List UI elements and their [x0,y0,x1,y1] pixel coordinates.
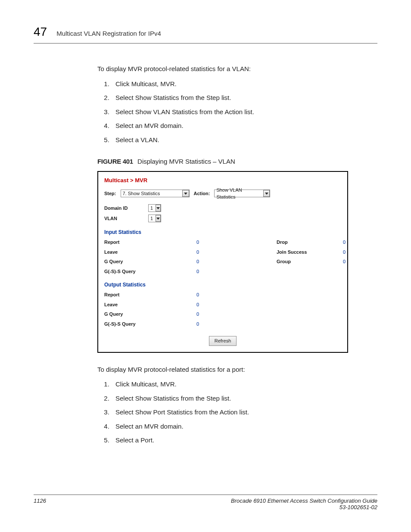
action-label: Action: [194,190,210,197]
stat-value: 0 [333,239,346,246]
stat-label: G Query [104,311,182,318]
step-item: Select Show Statistics from the Step lis… [111,394,377,404]
stat-value: 0 [182,239,199,246]
footer-partnum: 53-1002651-02 [231,504,377,510]
domain-id-value: 1 [150,205,155,212]
steps-list-vlan: Click Multicast, MVR. Select Show Statis… [97,79,377,145]
figure-caption: FIGURE 401 Displaying MVR Statistics – V… [97,157,377,167]
stat-label: G Query [104,258,182,265]
output-stats-heading: Output Statistics [104,281,341,289]
stat-value: 0 [333,258,346,265]
stat-label: G(-S)-S Query [104,268,182,275]
stat-value: 0 [182,301,199,308]
dropdown-button-icon[interactable] [156,205,161,212]
domain-row: Domain ID 1 [104,204,341,212]
stat-value: 0 [182,258,199,265]
figure-title: Displaying MVR Statistics – VLAN [137,158,235,165]
step-item: Click Multicast, MVR. [111,79,377,89]
steps-list-port: Click Multicast, MVR. Select Show Statis… [97,380,377,445]
chevron-down-icon [184,193,187,195]
stat-value: 0 [182,268,199,275]
stat-label: Join Success [277,249,333,256]
chevron-down-icon [156,207,160,209]
control-row: Step: 7. Show Statistics Action: Show VL… [104,190,341,197]
refresh-row: Refresh [104,336,341,346]
step-select-value: 7. Show Statistics [123,190,162,197]
stat-label: Leave [104,249,182,256]
step-item: Select an MVR domain. [111,121,377,131]
vlan-label: VLAN [104,215,148,222]
chevron-down-icon [265,193,268,195]
stat-label: Drop [277,239,333,246]
stat-value: 0 [182,320,199,328]
domain-id-label: Domain ID [104,205,148,212]
breadcrumb: Multicast > MVR [104,176,341,185]
figure-label: FIGURE 401 [97,158,133,165]
domain-id-select[interactable]: 1 [148,204,161,212]
vlan-select[interactable]: 1 [148,215,161,222]
page-number: 1126 [34,498,46,510]
stat-label: Report [104,239,182,246]
output-stats-grid: Report 0 Leave 0 G Query 0 G(-S)-S Query… [104,291,341,327]
header-rule [34,43,377,44]
vlan-value: 1 [150,215,155,222]
page-header: 47 Multicast VLAN Registration for IPv4 [34,25,377,39]
chapter-title: Multicast VLAN Registration for IPv4 [56,30,161,37]
dropdown-button-icon[interactable] [156,215,161,222]
stat-label: G(-S)-S Query [104,320,182,328]
dropdown-button-icon[interactable] [263,190,270,197]
step-label: Step: [104,190,116,197]
step-item: Select a VLAN. [111,135,377,145]
stat-value: 0 [182,249,199,256]
stat-value: 0 [182,311,199,318]
intro-text-port: To display MVR protocol-related statisti… [97,365,377,375]
main-content: To display MVR protocol-related statisti… [97,64,377,445]
step-select[interactable]: 7. Show Statistics [121,190,190,197]
input-stats-grid: Report 0 Drop 0 Leave 0 Join Success 0 G… [104,239,341,275]
ui-screenshot-panel: Multicast > MVR Step: 7. Show Statistics… [97,171,348,353]
stat-value: 0 [333,249,346,256]
action-select[interactable]: Show VLAN Statistics [214,190,270,197]
input-stats-heading: Input Statistics [104,228,341,236]
chevron-down-icon [156,218,160,220]
stat-label: Group [277,258,333,265]
page-footer: 1126 Brocade 6910 Ethernet Access Switch… [34,495,377,510]
step-item: Select an MVR domain. [111,422,377,432]
chapter-number: 47 [34,25,47,39]
intro-text-vlan: To display MVR protocol-related statisti… [97,64,377,74]
stat-label: Report [104,291,182,299]
action-select-value: Show VLAN Statistics [216,187,262,201]
step-item: Click Multicast, MVR. [111,380,377,389]
step-item: Select Show VLAN Statistics from the Act… [111,107,377,117]
footer-title: Brocade 6910 Ethernet Access Switch Conf… [231,498,377,504]
stat-label: Leave [104,301,182,308]
refresh-button[interactable]: Refresh [209,336,237,346]
dropdown-button-icon[interactable] [182,190,189,197]
stat-value: 0 [182,291,199,299]
vlan-row: VLAN 1 [104,215,341,222]
step-item: Select Show Statistics from the Step lis… [111,93,377,103]
step-item: Select a Port. [111,436,377,445]
step-item: Select Show Port Statistics from the Act… [111,408,377,417]
footer-rule [34,495,377,495]
